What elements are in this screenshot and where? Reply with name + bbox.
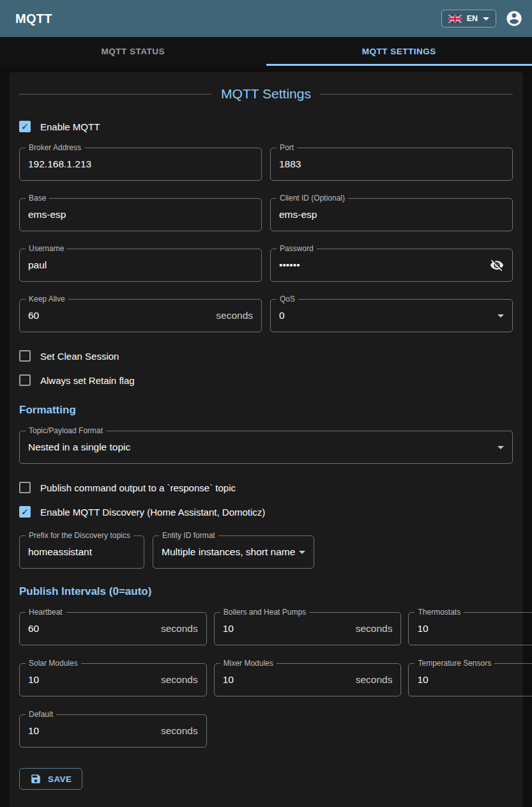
qos-select[interactable]: QoS 0 [270, 299, 513, 332]
username-label: Username [26, 244, 67, 253]
topic-format-select[interactable]: Topic/Payload Format Nested in a single … [19, 431, 513, 464]
page-title: MQTT Settings [221, 86, 311, 102]
thermostats-label: Thermostats [414, 608, 464, 617]
mixer-modules-input[interactable] [223, 674, 351, 686]
entity-id-format-value: Multiple instances, short name [162, 546, 299, 558]
solar-modules-label: Solar Modules [26, 659, 81, 668]
client-id-input[interactable] [279, 209, 504, 220]
language-selector[interactable]: EN [441, 10, 496, 27]
boilers-input[interactable] [223, 623, 351, 634]
discovery-prefix-input[interactable] [28, 546, 135, 558]
visibility-off-icon[interactable] [490, 258, 504, 272]
heartbeat-label: Heartbeat [26, 608, 66, 617]
mqtt-discovery-checkbox[interactable]: ✓ Enable MQTT Discovery (Home Assistant,… [19, 506, 513, 518]
password-label: Password [277, 244, 317, 253]
temperature-sensors-input[interactable] [417, 674, 532, 686]
thermostats-field: Thermostats seconds [408, 612, 532, 645]
qos-label: QoS [277, 295, 298, 304]
base-label: Base [26, 194, 49, 203]
entity-id-format-select[interactable]: Entity ID format Multiple instances, sho… [153, 535, 314, 569]
client-id-field: Client ID (Optional) [270, 198, 513, 231]
broker-address-field: Broker Address [19, 148, 262, 181]
clean-session-checkbox[interactable]: Set Clean Session [19, 350, 513, 362]
checkbox-checked-icon: ✓ [19, 506, 31, 518]
mqtt-discovery-label: Enable MQTT Discovery (Home Assistant, D… [40, 507, 265, 518]
default-interval-field: Default seconds [19, 714, 207, 748]
dropdown-arrow-icon [299, 551, 305, 554]
broker-address-label: Broker Address [26, 143, 84, 152]
heartbeat-field: Heartbeat seconds [19, 612, 207, 645]
port-input[interactable] [279, 158, 504, 170]
divider [320, 94, 513, 95]
mixer-modules-field: Mixer Modules seconds [214, 663, 402, 696]
qos-value: 0 [279, 310, 498, 321]
publish-intervals-heading: Publish Intervals (0=auto) [19, 585, 513, 598]
username-input[interactable] [28, 259, 253, 271]
discovery-prefix-label: Prefix for the Discovery topics [26, 531, 133, 540]
divider [19, 94, 212, 95]
boilers-field: Boilers and Heat Pumps seconds [214, 612, 402, 645]
checkbox-unchecked-icon [19, 482, 31, 493]
save-button-label: SAVE [48, 774, 72, 784]
language-label: EN [467, 14, 478, 23]
password-input[interactable] [279, 259, 490, 271]
keep-alive-input[interactable] [28, 310, 211, 321]
entity-id-format-label: Entity ID format [159, 531, 218, 540]
port-label: Port [277, 143, 297, 152]
app-title: MQTT [15, 12, 52, 26]
default-interval-unit: seconds [156, 725, 198, 737]
topic-format-value: Nested in a single topic [28, 442, 498, 453]
page-title-row: MQTT Settings [19, 86, 513, 102]
checkbox-unchecked-icon [19, 374, 31, 386]
dropdown-arrow-icon [498, 314, 504, 318]
clean-session-label: Set Clean Session [40, 351, 119, 362]
temperature-sensors-field: Temperature Sensors seconds [408, 663, 532, 696]
password-field: Password [270, 249, 513, 282]
solar-modules-input[interactable] [28, 674, 156, 686]
heartbeat-input[interactable] [28, 623, 156, 634]
default-interval-label: Default [26, 710, 56, 719]
save-icon [30, 773, 42, 785]
thermostats-input[interactable] [417, 623, 532, 634]
client-id-label: Client ID (Optional) [277, 194, 348, 203]
publish-response-label: Publish command output to a `response` t… [40, 482, 236, 493]
app-bar-actions: EN [441, 10, 523, 27]
keep-alive-label: Keep Alive [26, 295, 68, 304]
checkbox-checked-icon: ✓ [19, 121, 31, 132]
settings-panel: MQTT Settings ✓ Enable MQTT Broker Addre… [9, 72, 523, 807]
broker-address-input[interactable] [28, 158, 253, 170]
publish-response-checkbox[interactable]: Publish command output to a `response` t… [19, 482, 513, 493]
username-field: Username [19, 249, 262, 282]
save-button[interactable]: SAVE [19, 768, 82, 790]
solar-modules-field: Solar Modules seconds [19, 663, 207, 696]
app-bar: MQTT EN [0, 0, 532, 37]
boilers-label: Boilers and Heat Pumps [220, 608, 309, 617]
topic-format-label: Topic/Payload Format [26, 426, 106, 435]
keep-alive-unit: seconds [211, 310, 253, 321]
retain-flag-checkbox[interactable]: Always set Retain flag [19, 374, 513, 386]
account-icon[interactable] [505, 10, 523, 27]
temperature-sensors-label: Temperature Sensors [414, 659, 494, 668]
uk-flag-icon [448, 15, 462, 23]
boilers-unit: seconds [351, 623, 393, 634]
base-field: Base [19, 198, 262, 231]
publish-interval-fields: Heartbeat seconds Boilers and Heat Pumps… [19, 612, 513, 748]
port-field: Port [270, 148, 513, 181]
chevron-down-icon [483, 17, 489, 20]
mixer-modules-label: Mixer Modules [220, 659, 277, 668]
discovery-prefix-field: Prefix for the Discovery topics [19, 535, 144, 569]
checkbox-unchecked-icon [19, 350, 31, 362]
enable-mqtt-label: Enable MQTT [40, 121, 100, 132]
default-interval-input[interactable] [28, 725, 156, 737]
keep-alive-field: Keep Alive seconds [19, 299, 262, 332]
heartbeat-unit: seconds [156, 623, 198, 634]
dropdown-arrow-icon [498, 446, 504, 449]
tab-mqtt-settings[interactable]: MQTT SETTINGS [266, 37, 532, 66]
mixer-modules-unit: seconds [351, 674, 393, 686]
base-input[interactable] [28, 209, 253, 220]
discovery-fields: Prefix for the Discovery topics Entity I… [19, 535, 513, 569]
enable-mqtt-checkbox[interactable]: ✓ Enable MQTT [19, 121, 513, 132]
tab-bar: MQTT STATUS MQTT SETTINGS [0, 37, 532, 66]
retain-flag-label: Always set Retain flag [40, 375, 135, 386]
tab-mqtt-status[interactable]: MQTT STATUS [0, 37, 266, 66]
